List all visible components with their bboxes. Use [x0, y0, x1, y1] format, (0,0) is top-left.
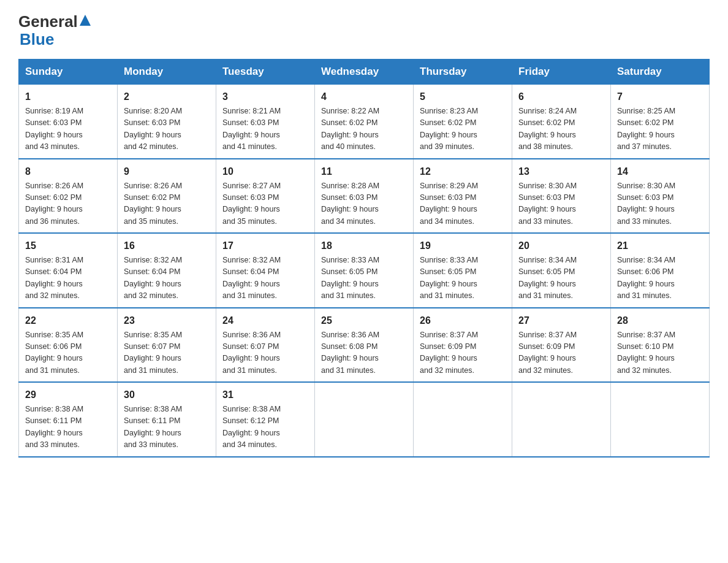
week-row-5: 29Sunrise: 8:38 AMSunset: 6:11 PMDayligh… [19, 382, 710, 457]
day-number: 12 [420, 164, 506, 179]
weekday-header-friday: Friday [512, 59, 611, 85]
weekday-header-tuesday: Tuesday [216, 59, 315, 85]
day-number: 30 [124, 388, 210, 402]
day-number: 22 [25, 313, 111, 328]
day-info: Sunrise: 8:37 AMSunset: 6:09 PMDaylight:… [420, 329, 506, 377]
logo-triangle-icon [80, 15, 91, 26]
day-number: 18 [321, 239, 407, 253]
day-number: 9 [124, 164, 210, 179]
week-row-1: 1Sunrise: 8:19 AMSunset: 6:03 PMDaylight… [19, 85, 710, 159]
day-number: 14 [617, 164, 703, 179]
weekday-header-wednesday: Wednesday [315, 59, 414, 85]
day-number: 21 [617, 239, 703, 253]
day-info: Sunrise: 8:35 AMSunset: 6:07 PMDaylight:… [124, 329, 210, 377]
day-info: Sunrise: 8:21 AMSunset: 6:03 PMDaylight:… [222, 105, 308, 153]
day-number: 7 [617, 90, 703, 104]
day-cell: 17Sunrise: 8:32 AMSunset: 6:04 PMDayligh… [216, 233, 315, 308]
day-number: 20 [518, 239, 604, 253]
day-info: Sunrise: 8:34 AMSunset: 6:05 PMDaylight:… [518, 255, 604, 302]
day-cell: 14Sunrise: 8:30 AMSunset: 6:03 PMDayligh… [611, 159, 710, 234]
weekday-header-sunday: Sunday [19, 59, 118, 85]
day-info: Sunrise: 8:26 AMSunset: 6:02 PMDaylight:… [25, 180, 111, 228]
weekday-header-row: SundayMondayTuesdayWednesdayThursdayFrid… [19, 59, 710, 85]
day-info: Sunrise: 8:35 AMSunset: 6:06 PMDaylight:… [25, 329, 111, 377]
day-cell: 8Sunrise: 8:26 AMSunset: 6:02 PMDaylight… [19, 159, 118, 234]
day-number: 4 [321, 90, 407, 104]
day-number: 19 [420, 239, 506, 253]
day-number: 29 [25, 388, 111, 402]
week-row-2: 8Sunrise: 8:26 AMSunset: 6:02 PMDaylight… [19, 159, 710, 234]
day-cell: 9Sunrise: 8:26 AMSunset: 6:02 PMDaylight… [118, 159, 216, 234]
day-number: 26 [420, 313, 506, 328]
day-cell: 20Sunrise: 8:34 AMSunset: 6:05 PMDayligh… [512, 233, 611, 308]
day-number: 23 [124, 313, 210, 328]
calendar-table: SundayMondayTuesdayWednesdayThursdayFrid… [18, 59, 710, 458]
day-cell: 5Sunrise: 8:23 AMSunset: 6:02 PMDaylight… [414, 85, 512, 159]
day-number: 15 [25, 239, 111, 253]
day-number: 13 [518, 164, 604, 179]
day-number: 3 [222, 90, 308, 104]
day-cell: 4Sunrise: 8:22 AMSunset: 6:02 PMDaylight… [315, 85, 414, 159]
day-cell: 18Sunrise: 8:33 AMSunset: 6:05 PMDayligh… [315, 233, 414, 308]
day-info: Sunrise: 8:20 AMSunset: 6:03 PMDaylight:… [124, 105, 210, 153]
day-number: 5 [420, 90, 506, 104]
day-cell: 10Sunrise: 8:27 AMSunset: 6:03 PMDayligh… [216, 159, 315, 234]
day-number: 10 [222, 164, 308, 179]
day-info: Sunrise: 8:31 AMSunset: 6:04 PMDaylight:… [25, 255, 111, 302]
day-cell: 15Sunrise: 8:31 AMSunset: 6:04 PMDayligh… [19, 233, 118, 308]
day-cell: 27Sunrise: 8:37 AMSunset: 6:09 PMDayligh… [512, 308, 611, 383]
day-cell: 7Sunrise: 8:25 AMSunset: 6:02 PMDaylight… [611, 85, 710, 159]
weekday-header-saturday: Saturday [611, 59, 710, 85]
day-info: Sunrise: 8:37 AMSunset: 6:10 PMDaylight:… [617, 329, 703, 377]
day-number: 27 [518, 313, 604, 328]
day-cell: 29Sunrise: 8:38 AMSunset: 6:11 PMDayligh… [19, 382, 118, 457]
week-row-4: 22Sunrise: 8:35 AMSunset: 6:06 PMDayligh… [19, 308, 710, 383]
day-info: Sunrise: 8:33 AMSunset: 6:05 PMDaylight:… [321, 255, 407, 302]
day-info: Sunrise: 8:24 AMSunset: 6:02 PMDaylight:… [518, 105, 604, 153]
day-cell: 28Sunrise: 8:37 AMSunset: 6:10 PMDayligh… [611, 308, 710, 383]
page-header: General Blue [18, 12, 710, 49]
day-number: 1 [25, 90, 111, 104]
day-info: Sunrise: 8:22 AMSunset: 6:02 PMDaylight:… [321, 105, 407, 153]
day-cell: 31Sunrise: 8:38 AMSunset: 6:12 PMDayligh… [216, 382, 315, 457]
weekday-header-thursday: Thursday [414, 59, 512, 85]
day-cell: 16Sunrise: 8:32 AMSunset: 6:04 PMDayligh… [118, 233, 216, 308]
day-cell [414, 382, 512, 457]
day-cell: 26Sunrise: 8:37 AMSunset: 6:09 PMDayligh… [414, 308, 512, 383]
day-info: Sunrise: 8:36 AMSunset: 6:07 PMDaylight:… [222, 329, 308, 377]
day-info: Sunrise: 8:32 AMSunset: 6:04 PMDaylight:… [222, 255, 308, 302]
day-info: Sunrise: 8:28 AMSunset: 6:03 PMDaylight:… [321, 180, 407, 228]
day-cell: 22Sunrise: 8:35 AMSunset: 6:06 PMDayligh… [19, 308, 118, 383]
day-number: 6 [518, 90, 604, 104]
day-info: Sunrise: 8:38 AMSunset: 6:12 PMDaylight:… [222, 404, 308, 451]
day-info: Sunrise: 8:26 AMSunset: 6:02 PMDaylight:… [124, 180, 210, 228]
logo-general-text: General [18, 12, 78, 31]
day-cell: 30Sunrise: 8:38 AMSunset: 6:11 PMDayligh… [118, 382, 216, 457]
day-info: Sunrise: 8:25 AMSunset: 6:02 PMDaylight:… [617, 105, 703, 153]
day-info: Sunrise: 8:37 AMSunset: 6:09 PMDaylight:… [518, 329, 604, 377]
day-number: 2 [124, 90, 210, 104]
day-cell [512, 382, 611, 457]
day-number: 24 [222, 313, 308, 328]
day-info: Sunrise: 8:29 AMSunset: 6:03 PMDaylight:… [420, 180, 506, 228]
day-cell: 6Sunrise: 8:24 AMSunset: 6:02 PMDaylight… [512, 85, 611, 159]
day-cell: 11Sunrise: 8:28 AMSunset: 6:03 PMDayligh… [315, 159, 414, 234]
day-cell: 24Sunrise: 8:36 AMSunset: 6:07 PMDayligh… [216, 308, 315, 383]
day-info: Sunrise: 8:33 AMSunset: 6:05 PMDaylight:… [420, 255, 506, 302]
logo-blue-text: Blue [18, 30, 54, 49]
day-cell: 1Sunrise: 8:19 AMSunset: 6:03 PMDaylight… [19, 85, 118, 159]
day-number: 25 [321, 313, 407, 328]
week-row-3: 15Sunrise: 8:31 AMSunset: 6:04 PMDayligh… [19, 233, 710, 308]
day-info: Sunrise: 8:27 AMSunset: 6:03 PMDaylight:… [222, 180, 308, 228]
day-cell: 12Sunrise: 8:29 AMSunset: 6:03 PMDayligh… [414, 159, 512, 234]
day-number: 17 [222, 239, 308, 253]
day-cell: 13Sunrise: 8:30 AMSunset: 6:03 PMDayligh… [512, 159, 611, 234]
day-info: Sunrise: 8:36 AMSunset: 6:08 PMDaylight:… [321, 329, 407, 377]
day-number: 28 [617, 313, 703, 328]
day-number: 16 [124, 239, 210, 253]
day-info: Sunrise: 8:30 AMSunset: 6:03 PMDaylight:… [518, 180, 604, 228]
day-cell: 2Sunrise: 8:20 AMSunset: 6:03 PMDaylight… [118, 85, 216, 159]
day-cell: 23Sunrise: 8:35 AMSunset: 6:07 PMDayligh… [118, 308, 216, 383]
day-number: 8 [25, 164, 111, 179]
day-cell: 19Sunrise: 8:33 AMSunset: 6:05 PMDayligh… [414, 233, 512, 308]
